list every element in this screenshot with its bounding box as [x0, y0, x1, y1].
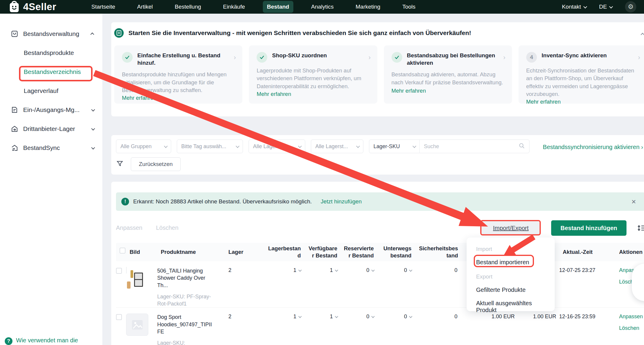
col-header-aktual-zeit: Aktual.-Zeit: [559, 247, 607, 257]
sidebar-item-bestandsverzeichnis[interactable]: Bestandsverzeichnis: [0, 62, 102, 81]
help-link[interactable]: ? Wie verwendet man die Lagerfunktion?: [5, 336, 94, 345]
chevron-down-icon[interactable]: [371, 315, 375, 318]
step-description: Lagerprodukte mit Shop-Produkten auf ver…: [257, 67, 369, 90]
cell-preis-2: 1.00 EUR: [518, 314, 559, 320]
image-placeholder-icon: [126, 314, 148, 336]
product-name[interactable]: 506_TAILI Hanging Shower Caddy Over Th..…: [157, 267, 212, 289]
nav-item-artikel[interactable]: Artikel: [133, 1, 157, 13]
table-row: Dog Sport Hoodies_907497_TIPIIFE Lager-S…: [116, 308, 644, 345]
settings-button[interactable]: ⚙: [625, 1, 636, 12]
alert-text: Erkannt: Noch 28883 Artikel ohne Bestand…: [133, 198, 312, 205]
sidebar-item-bestandsync[interactable]: BestandSync: [0, 138, 102, 157]
nav-item-einkaeufe[interactable]: Einkäufe: [219, 1, 249, 13]
row-checkbox[interactable]: [116, 268, 122, 274]
check-icon: [122, 52, 133, 63]
banner-header: Starten Sie die Inventarverwaltung - mit…: [114, 28, 644, 38]
tag-filter-select[interactable]: Bitte Tag auswäh...: [177, 140, 243, 153]
nav-item-bestellung[interactable]: Bestellung: [171, 1, 205, 13]
chevron-down-icon[interactable]: [335, 315, 338, 318]
step-description-text: Bestandsabzug aktivieren, automat. Abzug…: [392, 71, 503, 85]
add-stock-button[interactable]: Bestand hinzufügen: [551, 220, 626, 236]
chevron-down-icon: [298, 144, 302, 148]
bulk-delete-button[interactable]: Löschen: [156, 224, 179, 231]
sidebar: Bestandsverwaltung Bestandsprodukte Best…: [0, 14, 102, 345]
nav-item-tools[interactable]: Tools: [398, 1, 419, 13]
exclamation-icon: !: [121, 198, 129, 205]
chevron-down-icon[interactable]: [298, 315, 302, 318]
col-header-lagerbestand: Lagerbestand: [264, 243, 303, 261]
add-now-link[interactable]: Jetzt hinzufügen: [321, 198, 362, 205]
group-filter-value: Alle Gruppen: [120, 143, 152, 150]
gear-icon: ⚙: [628, 3, 634, 11]
group-filter-select[interactable]: Alle Gruppen: [116, 140, 171, 153]
menu-item-bestand-importieren[interactable]: Bestand importieren: [476, 259, 545, 266]
filter-funnel-icon[interactable]: [116, 160, 124, 169]
col-header-produktname: Produktname: [157, 247, 224, 257]
search-icon[interactable]: [519, 143, 529, 150]
select-all-checkbox[interactable]: [120, 248, 125, 254]
nav-item-startseite[interactable]: Startseite: [87, 1, 119, 13]
chevron-right-icon: ›: [503, 54, 505, 61]
import-export-button[interactable]: Import/Export: [481, 221, 540, 235]
cell-verfuegbar: 1: [330, 314, 333, 320]
reset-filters-button[interactable]: Zurücksetzen: [131, 157, 181, 171]
learn-more-link[interactable]: Mehr erfahren: [122, 95, 156, 101]
inventory-table-card: ! Erkannt: Noch 28883 Artikel ohne Besta…: [111, 182, 644, 345]
menu-item-aktuell-ausgewaehltes-produkt[interactable]: Aktuell ausgewähltes Produkt: [476, 300, 545, 314]
row-delete-link[interactable]: Löschen: [619, 325, 644, 331]
chevron-down-icon[interactable]: [335, 268, 338, 271]
product-sku: Lager-SKU: 907497_TIPIIFE: [157, 339, 212, 345]
sidebar-item-lagerverlauf[interactable]: Lagerverlauf: [0, 81, 102, 100]
cell-unterwegs: 0: [404, 314, 407, 320]
kontakt-label: Kontakt: [562, 4, 581, 10]
product-sku: Lager-SKU: PF-Spray-Rot-Packof1: [157, 293, 212, 308]
cell-aktual-zeit: 12-16-25 23:59: [559, 314, 607, 320]
chevron-down-icon[interactable]: [409, 315, 412, 318]
stock-alert-banner: ! Erkannt: Noch 28883 Artikel ohne Besta…: [116, 192, 644, 211]
search-input[interactable]: [420, 143, 519, 150]
chevron-down-icon: [91, 107, 95, 111]
step-card-2[interactable]: Shop-SKU zuordnen › Lagerprodukte mit Sh…: [249, 45, 377, 104]
step-card-4[interactable]: 4 Inventar-Sync aktivieren › Echtzeit-Sy…: [519, 45, 644, 104]
learn-more-link[interactable]: Mehr erfahren: [392, 87, 426, 95]
learn-more-link[interactable]: Mehr erfahren: [257, 91, 291, 97]
chevron-down-icon: [91, 145, 95, 149]
menu-section-export: Export: [476, 273, 545, 280]
sidebar-item-label: Ein-/Ausgangs-Mg...: [23, 106, 79, 113]
table-toolbar: Anpassen Löschen Import/Export Bestand h…: [116, 221, 644, 236]
nav-item-marketing[interactable]: Marketing: [352, 1, 384, 13]
learn-more-link[interactable]: Mehr erfahren: [526, 99, 561, 105]
stock-sync-link[interactable]: Bestandssynchronisierung aktivieren ›: [543, 144, 643, 151]
nav-item-analytics[interactable]: Analytics: [307, 1, 338, 13]
sidebar-item-ein-ausgangs-mgmt[interactable]: Ein-/Ausgangs-Mg...: [0, 100, 102, 119]
chevron-down-icon[interactable]: [371, 268, 375, 271]
nav-item-bestand[interactable]: Bestand: [263, 1, 293, 13]
menu-item-gefilterte-produkte[interactable]: Gefilterte Produkte: [476, 287, 545, 293]
search-field-select[interactable]: Lager-SKU: [369, 140, 420, 153]
row-checkbox[interactable]: [116, 314, 122, 320]
step-card-1[interactable]: Einfache Erstellung u. Bestand hinzuf. ›…: [114, 45, 242, 104]
chevron-right-icon: ›: [368, 54, 371, 61]
brand[interactable]: 4Seller: [9, 1, 77, 13]
cell-sicherheit: 0: [454, 314, 457, 320]
row-adjust-link[interactable]: Anpassen: [619, 314, 644, 320]
step-card-3[interactable]: Bestandsabzug bei Bestellungen aktiviere…: [384, 45, 512, 104]
chevron-down-icon[interactable]: [409, 268, 412, 271]
bulk-adjust-button[interactable]: Anpassen: [116, 224, 142, 231]
sidebar-item-bestandsverwaltung[interactable]: Bestandsverwaltung: [0, 24, 102, 43]
sidebar-item-bestandsprodukte[interactable]: Bestandsprodukte: [0, 43, 102, 62]
stock-status-filter-select[interactable]: Alle Lagerst...: [311, 140, 363, 153]
kontakt-dropdown[interactable]: Kontakt: [562, 4, 586, 10]
chevron-down-icon[interactable]: [298, 268, 302, 271]
product-name[interactable]: Dog Sport Hoodies_907497_TIPIIFE: [157, 314, 212, 335]
language-dropdown[interactable]: DE: [599, 4, 612, 10]
check-icon: [257, 52, 267, 63]
close-icon[interactable]: ×: [632, 198, 636, 205]
row-height-settings-icon[interactable]: [637, 224, 644, 233]
language-label: DE: [599, 4, 607, 10]
in-out-document-icon: [11, 106, 18, 114]
chevron-down-icon: [609, 4, 613, 8]
col-header-sicherheitsbestand: Sicherheitsbestand: [414, 243, 460, 261]
warehouse-filter-select[interactable]: Alle Lager: [249, 140, 305, 153]
sidebar-item-drittanbieter-lager[interactable]: Drittanbieter-Lager: [0, 119, 102, 138]
